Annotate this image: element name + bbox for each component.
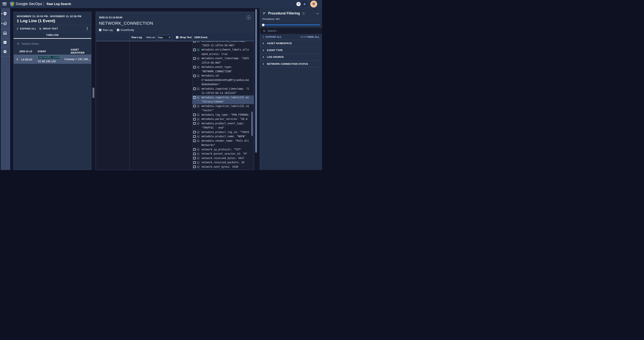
filter-search[interactable] — [260, 28, 322, 34]
column-header-date: 2025-11-13 — [20, 50, 32, 53]
caret-right-icon[interactable] — [2, 13, 2, 15]
udm-row[interactable]: Unetwork.received_packets: 10 — [192, 160, 254, 165]
udm-field-text: QAAAAAAAAA=" — [202, 82, 253, 87]
investigation-shield-search-icon — [3, 12, 7, 16]
chevron-right-icon — [262, 56, 264, 58]
rail-item-settings-gear-icon[interactable] — [0, 49, 10, 54]
udm-row-checkbox[interactable] — [193, 118, 196, 120]
prevalence-slider[interactable] — [262, 25, 320, 25]
udm-row[interactable]: Umetadata.event_timestamp: "202513T14:56… — [192, 56, 254, 65]
event-entity-checkbox[interactable] — [117, 29, 119, 31]
event-type-badge[interactable]: NETWORK_CONNECTION — [38, 56, 61, 59]
udm-row-checkbox[interactable] — [193, 139, 196, 142]
rail-item-dashboards-chart-icon[interactable] — [0, 40, 10, 45]
udm-row[interactable]: Umetadata.vendor_name: "Palo AltNetworks… — [192, 139, 254, 147]
raw-log-toggle[interactable]: Raw Log — [99, 29, 112, 31]
udm-row[interactable]: Umetadata.ingestion_labels[0].ke"Chronic… — [192, 95, 254, 104]
udm-row-checkbox[interactable] — [193, 105, 196, 107]
wrap-text-button[interactable]: WRAP TEXT — [39, 25, 58, 32]
filter-help-icon[interactable]: ? — [302, 12, 305, 15]
udm-row[interactable]: Umetadata.id:b"AAAAAInOnN3n49tq8R7yjakOu… — [192, 74, 254, 87]
product-name[interactable]: Google SecOps — [16, 2, 42, 6]
filter-search-input[interactable] — [268, 29, 319, 32]
udm-row[interactable]: Emetadata.enrichment_labels.allooped_acc… — [192, 48, 254, 56]
avatar[interactable]: R — [310, 1, 317, 8]
udm-row-checkbox[interactable] — [193, 49, 196, 51]
udm-badge-icon: U — [197, 96, 200, 99]
filter-section-asset-namespace[interactable]: ASSET NAMESPACE — [260, 40, 322, 47]
udm-field-text: metadata.vendor_name: "Palo Alt — [202, 139, 253, 143]
filter-expand-all-button[interactable]: EXPAND ALL — [262, 36, 282, 38]
udm-row-checkbox[interactable] — [193, 153, 196, 155]
udm-field-text: metadata.log_type: "PAN_FIREWAL — [202, 113, 253, 117]
udm-field-text: 11-13T14:58:13.181214Z" — [202, 91, 253, 95]
udm-field-text: metadata.product_name: "NGFW" — [202, 134, 253, 139]
rail-item-curated-detections-icon[interactable] — [0, 21, 10, 26]
panel-resize-handle[interactable] — [93, 88, 94, 98]
udm-badge-icon: U — [197, 66, 200, 68]
udm-row-checkbox[interactable] — [193, 122, 196, 125]
caret-right-icon[interactable] — [2, 23, 2, 24]
filter-hide-all-button[interactable]: HIDE ALL — [308, 36, 320, 38]
event-entity-toggle[interactable]: Event/Entity — [117, 29, 134, 31]
udm-row-checkbox[interactable] — [193, 148, 196, 151]
unfold-icon — [16, 28, 19, 30]
kebab-menu-icon[interactable] — [86, 27, 88, 31]
menu-hamburger-icon[interactable] — [2, 3, 6, 6]
udm-row-checkbox[interactable] — [193, 157, 196, 159]
udm-row[interactable]: Umetadata.log_type: "PAN_FIREWAL — [192, 113, 254, 117]
udm-row-checkbox[interactable] — [193, 165, 196, 168]
udm-row-checkbox[interactable] — [193, 131, 196, 133]
udm-row[interactable]: Unetwork.sent_packets: 1 — [192, 169, 254, 170]
udm-badge-icon: U — [197, 153, 200, 155]
timeline-search[interactable] — [17, 41, 88, 46]
udm-row[interactable]: Unetwork.received_bytes: 4417 — [192, 156, 254, 160]
udm-field-text: 13T14:56:00Z" — [202, 61, 253, 65]
udm-row[interactable]: Umetadata.product_event_type:"TRAFFIC - … — [192, 121, 254, 130]
rail-item-asset-laptop-chart-icon[interactable] — [0, 31, 10, 36]
udm-row[interactable]: Umetadata.parser_version: "26.0 — [192, 117, 254, 121]
udm-row[interactable]: Umetadata.ingested_timestamp: "211-13T14… — [192, 87, 254, 95]
udm-row[interactable]: Umetadata.ingestion_labels[0].va"tester" — [192, 104, 254, 113]
udm-row-checkbox[interactable] — [193, 57, 196, 60]
timeline-event-row[interactable]: 14:56:00 NETWORK_CONNECTION 52.88.186.13… — [14, 55, 91, 64]
udm-row-checkbox[interactable] — [193, 66, 196, 68]
udm-field-text: b"AAAAAInOnN3n49tq8R7yjakOuicAA — [202, 78, 253, 82]
search-icon — [17, 42, 20, 45]
search-rows-input[interactable] — [22, 42, 88, 45]
view-as-select[interactable]: Raw — [156, 35, 172, 40]
rail-item-investigation-shield-search-icon[interactable] — [0, 11, 10, 16]
filter-section-network-connection-status[interactable]: NETWORK CONNECTION STATUS — [260, 61, 322, 68]
udm-row[interactable]: Unetwork.sent_bytes: 1520 — [192, 165, 254, 169]
collapse-arrow-icon[interactable]: → — [315, 11, 319, 15]
udm-row-checkbox[interactable] — [193, 41, 196, 42]
udm-row[interactable]: Unetwork.ip_protocol: "TCP" — [192, 147, 254, 152]
udm-row-checkbox[interactable] — [193, 88, 196, 90]
udm-row[interactable]: Umetadata.product_log_id: "73019 — [192, 130, 254, 134]
udm-row[interactable]: Umetadata.event_type:"NETWORK_CONNECTION… — [192, 65, 254, 74]
row-expand-chevron-icon[interactable] — [16, 58, 18, 60]
udm-row-checkbox[interactable] — [193, 135, 196, 138]
filter-section-event-type[interactable]: EVENT TYPE — [260, 47, 322, 54]
raw-log-checkbox[interactable] — [99, 29, 102, 31]
udm-row-checkbox[interactable] — [193, 161, 196, 164]
secops-shield-logo-icon — [10, 1, 14, 8]
prevalence-slider-thumb[interactable] — [262, 24, 264, 26]
help-icon[interactable]: ? — [296, 2, 301, 6]
udm-row-checkbox[interactable] — [193, 113, 196, 116]
udm-scrollbar[interactable] — [251, 112, 253, 136]
udm-row-checkbox[interactable] — [193, 96, 196, 99]
udm-row[interactable]: Umetadata.product_name: "NGFW" — [192, 134, 254, 139]
udm-row-checkbox[interactable] — [193, 75, 196, 77]
page-scrollbar[interactable] — [255, 9, 257, 153]
expand-all-button[interactable]: EXPAND ALL — [16, 25, 36, 32]
close-icon[interactable]: ✕ — [246, 16, 251, 20]
udm-row[interactable]: Unetwork.parent_session_id: "0" — [192, 152, 254, 156]
column-header-raw-log: Raw Log — [132, 36, 142, 39]
udm-row[interactable]: Umetadata.collected_timestamp:"2025-11-1… — [192, 41, 254, 48]
filter-section-log-source[interactable]: LOG SOURCE — [260, 54, 322, 61]
gemini-sparkle-icon[interactable] — [302, 1, 308, 7]
chevron-right-icon — [262, 43, 264, 44]
wrap-text-checkbox[interactable] — [176, 36, 178, 39]
tab-timeline[interactable]: TIMELINE — [14, 32, 91, 39]
